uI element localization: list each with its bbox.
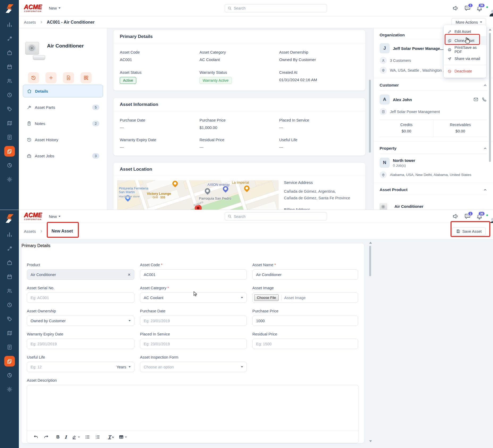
sidebar-invoice-icon[interactable] [7,134,12,140]
scroll-down-arrow[interactable] [369,440,372,442]
company-logo[interactable]: ACME CORPORATION [24,4,42,12]
tab-asset-parts[interactable]: Asset Parts 5 [23,101,103,114]
sidebar-dashboard-icon[interactable] [7,22,12,28]
sidebar-timesheet-icon[interactable] [7,302,12,308]
sidebar-calendar-icon[interactable] [7,274,12,280]
scroll-up-arrow[interactable] [489,29,491,31]
notifications-icon[interactable]: 36 [476,5,483,11]
sidebar-timesheet-icon[interactable] [7,92,12,98]
tab-notes[interactable]: Notes 2 [23,117,103,130]
tab-asset-jobs[interactable]: Asset Jobs 3 [23,149,103,162]
company-logo[interactable]: ACME CORPORATION [24,212,42,221]
more-actions-menu: Edit Asset Clone Asset Print/Save as PDF… [444,25,486,78]
undo-icon[interactable] [33,434,39,440]
description-editor: B I 123 Tx [27,385,359,443]
placed-in-service-input[interactable] [140,339,247,349]
numbered-list-icon[interactable]: 123 [95,434,100,440]
clear-product-icon[interactable]: ✕ [128,273,131,277]
sidebar-reports-icon[interactable] [7,372,12,378]
breadcrumb-assets-link[interactable]: Assets [24,229,36,234]
org-name[interactable]: Jeff Solar Power Manage... [393,46,443,51]
email-icon[interactable] [473,97,479,102]
sidebar-pricing-icon[interactable] [7,106,12,112]
app-logo-icon[interactable] [4,213,15,224]
asset-information-card: Asset Information Purchase Date--- Purch… [113,98,366,156]
sidebar-assets-icon-active[interactable] [4,356,15,367]
save-asset-button[interactable]: Save Asset [452,227,486,235]
insert-table-icon[interactable] [119,434,127,440]
scroll-up-arrow[interactable] [369,242,372,244]
redo-icon[interactable] [44,434,49,440]
phone-icon[interactable] [482,97,487,102]
menu-item-print-pdf[interactable]: Print/Save as PDF [444,45,486,54]
sidebar-reports-icon[interactable] [7,162,12,168]
announcements-icon[interactable] [452,213,459,219]
new-menu-button[interactable]: New [49,214,61,219]
sidebar-team-icon[interactable] [7,78,12,84]
collapse-icon[interactable] [483,188,487,192]
sidebar-tools-icon[interactable] [7,246,12,252]
announcements-icon[interactable] [452,5,459,11]
collapse-icon[interactable] [483,83,487,87]
sidebar-tools-icon[interactable] [7,36,12,42]
sidebar-pricing-icon[interactable] [7,316,12,322]
menu-item-edit-asset[interactable]: Edit Asset [444,27,486,36]
asset-category-select[interactable]: AC Coolant [140,292,247,303]
notifications-icon[interactable]: 36 [476,213,483,219]
italic-icon[interactable]: I [65,434,67,440]
messages-icon[interactable]: 1 [464,5,471,11]
product-name[interactable]: Air Conditioner [394,204,423,209]
credits-value: $0.00 [380,129,433,133]
main-scrollbar[interactable] [369,80,371,153]
property-name[interactable]: North tower [393,158,415,163]
product-input[interactable]: Air Conditioner ✕ [27,269,134,280]
sidebar-dashboard-icon[interactable] [7,232,12,238]
highlight-icon[interactable] [72,434,80,440]
search-input[interactable] [234,214,324,218]
sidebar-calendar-icon[interactable] [7,64,12,70]
menu-item-clone-asset[interactable]: Clone Asset [444,36,486,45]
asset-code-input[interactable] [140,269,247,280]
customer-name[interactable]: Alex John [393,97,412,102]
sidebar-settings-icon[interactable] [7,386,12,392]
breadcrumb-assets-link[interactable]: Assets [24,20,36,24]
bullet-list-icon[interactable] [85,434,90,440]
form-scrollbar[interactable] [369,246,371,276]
new-menu-button[interactable]: New [49,6,61,10]
asset-ownership-select[interactable]: Owned by Customer [27,316,134,326]
asset-name-input[interactable] [252,269,358,280]
app-logo-icon[interactable] [4,3,15,14]
messages-icon[interactable]: 1 [464,213,471,219]
inspection-form-select[interactable]: Choose an option [140,362,247,372]
sidebar-assets-icon-active[interactable] [4,146,15,157]
sidebar-jobs-icon[interactable] [7,260,12,266]
search-input[interactable] [234,6,324,10]
tab-details[interactable]: Details [23,85,103,97]
warranty-expiry-input[interactable] [27,339,134,349]
card-title: Primary Details [113,30,365,43]
tab-asset-history[interactable]: Asset History [23,133,103,146]
asset-serial-input[interactable] [27,292,134,303]
sidebar-map-icon[interactable] [7,330,12,336]
sidebar-team-icon[interactable] [7,288,12,294]
right-panel-scrollbar[interactable] [489,33,491,162]
purchase-date-input[interactable] [140,316,247,326]
useful-life-input[interactable] [31,365,114,369]
sidebar-jobs-icon[interactable] [7,50,12,56]
sidebar-settings-icon[interactable] [7,176,12,182]
sidebar-invoice-icon[interactable] [7,344,12,350]
choose-file-button[interactable]: Choose File [254,294,279,301]
bold-icon[interactable]: B [56,434,60,440]
menu-item-share-email[interactable]: Share via email [444,54,486,63]
useful-life-unit-select[interactable]: Years [116,365,131,369]
collapse-icon[interactable] [483,147,487,150]
asset-image-file-input[interactable]: Choose File Asset Image [252,292,358,303]
clear-format-icon[interactable]: Tx [108,434,114,440]
purchase-price-input[interactable] [252,316,358,326]
residual-price-input[interactable] [252,339,358,349]
description-editor-body[interactable] [27,385,359,431]
sidebar-map-icon[interactable] [7,120,12,126]
location-map[interactable]: Pintureria FerreteriaSan MartinHardware … [117,180,279,210]
menu-item-deactivate[interactable]: Deactivate [444,67,486,76]
save-icon [456,229,460,233]
